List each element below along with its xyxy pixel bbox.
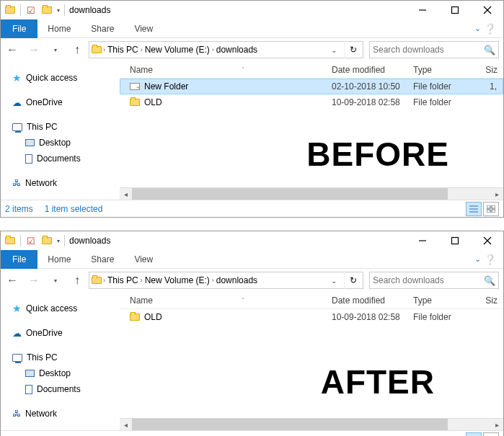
back-button[interactable]: ←: [2, 40, 22, 60]
tab-share[interactable]: Share: [81, 252, 124, 267]
separator: [64, 235, 65, 246]
tab-view[interactable]: View: [124, 21, 163, 37]
overlay-label: AFTER: [321, 362, 435, 401]
minimize-button[interactable]: [406, 231, 438, 250]
file-list-pane: Name˄ Date modified Type Siz OLD 10-09-2…: [120, 292, 503, 430]
breadcrumb-segment[interactable]: New Volume (E:): [143, 45, 211, 55]
scroll-left-icon[interactable]: ◂: [120, 188, 132, 200]
horizontal-scrollbar[interactable]: ◂ ▸: [120, 187, 503, 200]
file-tab[interactable]: File: [1, 19, 37, 38]
details-view-button[interactable]: [466, 432, 482, 437]
file-row[interactable]: OLD 10-09-2018 02:58 File folder: [120, 94, 503, 110]
breadcrumb-segment[interactable]: New Volume (E:): [143, 275, 211, 285]
sidebar-item-label: Desktop: [39, 138, 71, 148]
scroll-track[interactable]: [132, 419, 491, 431]
address-dropdown-icon[interactable]: ⌄: [328, 277, 340, 285]
tab-view[interactable]: View: [124, 252, 163, 267]
column-size[interactable]: Siz: [469, 295, 503, 306]
ribbon-collapse[interactable]: ⌄ ❔: [474, 23, 503, 35]
column-date[interactable]: Date modified: [332, 65, 413, 75]
qat-dropdown-icon[interactable]: ▾: [57, 7, 60, 14]
icons-view-button[interactable]: [483, 432, 499, 437]
sidebar-desktop[interactable]: Desktop: [5, 135, 119, 151]
forward-button[interactable]: →: [24, 40, 44, 60]
icons-view-button[interactable]: [483, 202, 499, 216]
sidebar-item-label: Network: [25, 409, 57, 419]
column-headers[interactable]: Name˄ Date modified Type Siz: [120, 61, 503, 79]
history-dropdown[interactable]: ▾: [45, 40, 66, 60]
scroll-right-icon[interactable]: ▸: [491, 188, 503, 200]
tab-home[interactable]: Home: [37, 21, 81, 37]
refresh-button[interactable]: ↻: [344, 41, 361, 58]
maximize-button[interactable]: [438, 231, 471, 250]
search-box[interactable]: 🔍: [369, 272, 499, 289]
breadcrumb-segment[interactable]: downloads: [215, 275, 259, 285]
svg-rect-1: [451, 7, 458, 14]
tab-home[interactable]: Home: [37, 252, 81, 267]
sidebar-quick-access[interactable]: ★Quick access: [5, 70, 119, 86]
search-icon[interactable]: 🔍: [484, 45, 495, 55]
desktop-icon: [25, 139, 35, 146]
sidebar-this-pc[interactable]: This PC: [5, 350, 119, 365]
new-folder-qat-icon[interactable]: [41, 4, 53, 16]
desktop-icon: [25, 370, 35, 377]
sidebar-onedrive[interactable]: ☁OneDrive: [5, 325, 119, 341]
sidebar-quick-access[interactable]: ★Quick access: [5, 301, 119, 316]
column-size[interactable]: Siz: [469, 65, 503, 75]
column-type[interactable]: Type: [413, 295, 469, 306]
search-input[interactable]: [373, 275, 495, 285]
column-date[interactable]: Date modified: [332, 295, 413, 306]
scroll-left-icon[interactable]: ◂: [120, 419, 132, 431]
breadcrumb-segment[interactable]: This PC: [106, 275, 140, 285]
scroll-thumb[interactable]: [132, 419, 448, 431]
file-name: OLD: [144, 97, 332, 107]
sort-ascending-icon: ˄: [242, 297, 245, 304]
search-icon[interactable]: 🔍: [484, 275, 495, 286]
close-button[interactable]: [471, 231, 503, 250]
qat-dropdown-icon[interactable]: ▾: [57, 238, 60, 244]
refresh-button[interactable]: ↻: [344, 272, 361, 289]
scroll-track[interactable]: [132, 188, 491, 200]
close-button[interactable]: [471, 1, 503, 19]
properties-icon[interactable]: ☑: [25, 235, 37, 246]
sidebar-documents[interactable]: Documents: [5, 151, 119, 166]
chevron-down-icon: ⌄: [474, 24, 481, 33]
maximize-button[interactable]: [438, 1, 471, 19]
tab-share[interactable]: Share: [81, 21, 124, 37]
window-title: downloads: [69, 5, 110, 15]
properties-icon[interactable]: ☑: [25, 4, 37, 16]
ribbon-collapse[interactable]: ⌄ ❔: [474, 254, 503, 265]
sidebar-desktop[interactable]: Desktop: [5, 365, 119, 381]
up-button[interactable]: ↑: [67, 40, 87, 60]
breadcrumb-segment[interactable]: downloads: [215, 45, 259, 55]
address-dropdown-icon[interactable]: ⌄: [328, 46, 340, 54]
scroll-right-icon[interactable]: ▸: [491, 419, 503, 431]
search-box[interactable]: 🔍: [369, 41, 499, 58]
file-row[interactable]: OLD 10-09-2018 02:58 File folder: [120, 309, 503, 325]
details-view-button[interactable]: [466, 202, 482, 216]
horizontal-scrollbar[interactable]: ◂ ▸: [120, 418, 503, 430]
history-dropdown[interactable]: ▾: [45, 270, 66, 290]
column-type[interactable]: Type: [413, 65, 469, 75]
file-type: File folder: [413, 312, 469, 322]
up-button[interactable]: ↑: [67, 270, 87, 290]
sidebar-this-pc[interactable]: This PC: [5, 119, 119, 135]
back-button[interactable]: ←: [2, 270, 22, 290]
file-tab[interactable]: File: [1, 250, 37, 269]
search-input[interactable]: [373, 45, 495, 55]
minimize-button[interactable]: [406, 1, 438, 19]
sidebar-documents[interactable]: Documents: [5, 381, 119, 397]
titlebar: ☑ ▾ downloads: [1, 1, 503, 19]
address-bar[interactable]: › This PC › New Volume (E:) › downloads …: [89, 272, 363, 289]
sidebar-network[interactable]: 🖧Network: [5, 175, 119, 191]
file-row[interactable]: New Folder 02-10-2018 10:50 File folder …: [120, 79, 503, 94]
column-headers[interactable]: Name˄ Date modified Type Siz: [120, 292, 503, 309]
file-date: 10-09-2018 02:58: [332, 312, 413, 322]
sidebar-network[interactable]: 🖧Network: [5, 406, 119, 422]
forward-button[interactable]: →: [24, 270, 44, 290]
breadcrumb-segment[interactable]: This PC: [106, 45, 140, 55]
new-folder-qat-icon[interactable]: [41, 235, 53, 246]
address-bar[interactable]: › This PC › New Volume (E:) › downloads …: [89, 41, 363, 58]
sidebar-onedrive[interactable]: ☁OneDrive: [5, 94, 119, 110]
scroll-thumb[interactable]: [132, 188, 448, 200]
